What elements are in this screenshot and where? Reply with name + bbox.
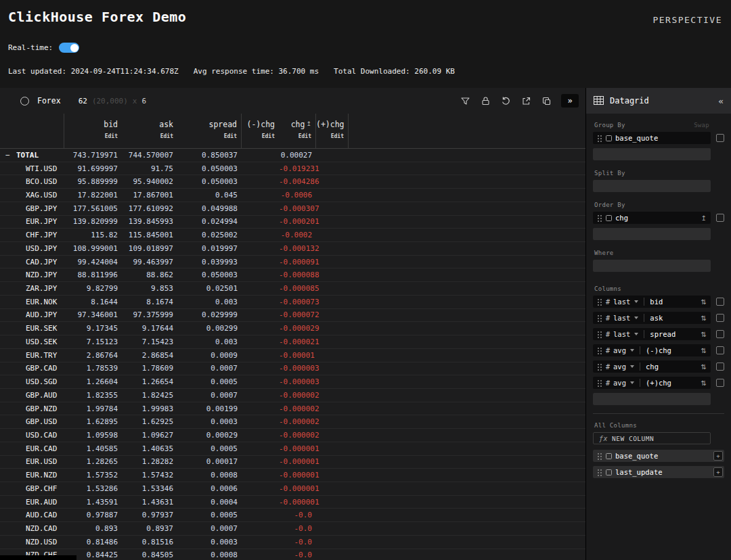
ask-cell[interactable]: 1.99983 <box>122 404 177 413</box>
column-sort-icon[interactable]: ⇅ <box>701 363 707 371</box>
order-by-pill[interactable]: chg ↥ <box>593 212 711 224</box>
edit-button[interactable]: Edit <box>242 133 275 139</box>
bid-cell[interactable]: 91.699997 <box>64 164 122 173</box>
group-collapse-toggle[interactable]: − <box>5 151 12 160</box>
spread-cell[interactable]: 0.00029 <box>177 431 242 440</box>
ask-cell[interactable]: 139.845993 <box>122 217 177 226</box>
bid-cell[interactable]: 108.999001 <box>64 244 122 253</box>
ask-cell[interactable]: 1.53346 <box>122 484 177 493</box>
edit-button[interactable]: Edit <box>64 133 118 139</box>
edit-button[interactable]: Edit <box>316 133 344 139</box>
where-drop-slot[interactable] <box>593 260 711 272</box>
bid-cell[interactable]: 88.811996 <box>64 271 122 279</box>
spread-cell[interactable]: 0.0005 <box>177 511 242 519</box>
column-pill[interactable]: # last bid ⇅ <box>593 296 711 308</box>
bid-cell[interactable]: 177.561005 <box>64 204 122 213</box>
chg-cell[interactable]: -0.000132 <box>279 244 316 253</box>
order-by-drop-slot[interactable] <box>593 228 711 240</box>
edit-button[interactable]: Edit <box>177 133 237 139</box>
ask-cell[interactable]: 9.853 <box>122 284 177 293</box>
column-pill[interactable]: # avg chg ⇅ <box>593 360 711 373</box>
ask-cell[interactable]: 1.40635 <box>122 444 177 453</box>
sort-ascending-icon[interactable]: ↥ <box>306 120 311 127</box>
column-pill[interactable]: # avg (+)chg ⇅ <box>593 377 711 389</box>
bid-cell[interactable]: 2.86764 <box>64 351 122 360</box>
aggregate-select[interactable]: last <box>613 298 630 306</box>
chg-cell[interactable]: -0.000307 <box>279 204 316 213</box>
split-by-drop-slot[interactable] <box>593 180 711 192</box>
column-sort-icon[interactable]: ⇅ <box>701 314 707 322</box>
spread-cell[interactable]: 0.050003 <box>177 271 242 279</box>
ask-cell[interactable]: 177.610992 <box>122 204 177 213</box>
ask-cell[interactable]: 1.26654 <box>122 377 177 386</box>
bid-cell[interactable]: 0.97887 <box>64 511 122 519</box>
chg-cell[interactable]: 0.00027 <box>279 151 316 160</box>
ask-cell[interactable]: 99.463997 <box>122 258 177 266</box>
spread-cell[interactable]: 0.0005 <box>177 377 242 386</box>
bid-cell[interactable]: 0.893 <box>64 524 122 533</box>
aggregate-select[interactable]: avg <box>613 363 626 371</box>
new-column-button[interactable]: ƒx NEW COLUMN <box>593 432 711 444</box>
ask-cell[interactable]: 1.28282 <box>122 457 177 466</box>
edit-button[interactable]: Edit <box>122 133 173 139</box>
bid-cell[interactable]: 1.43591 <box>64 498 122 507</box>
column-header-bid[interactable]: bid Edit <box>64 114 122 148</box>
collapse-panel-button[interactable]: « <box>718 96 724 106</box>
bid-cell[interactable]: 1.09598 <box>64 431 122 440</box>
ask-cell[interactable]: 88.862 <box>122 271 177 279</box>
spread-cell[interactable]: 0.003 <box>177 298 242 306</box>
column-pill[interactable]: # avg (-)chg ⇅ <box>593 344 711 356</box>
bid-cell[interactable]: 139.820999 <box>64 217 122 226</box>
spread-cell[interactable]: 0.0003 <box>177 538 242 546</box>
edit-button[interactable]: Edit <box>279 133 311 139</box>
chg-cell[interactable]: -0.000003 <box>279 377 316 386</box>
chg-cell[interactable]: -0.000003 <box>279 364 316 373</box>
spread-cell[interactable]: 0.0008 <box>177 551 242 559</box>
ask-cell[interactable]: 115.845001 <box>122 231 177 239</box>
chg-cell[interactable]: -0.000072 <box>279 310 316 319</box>
bid-cell[interactable]: 743.719971 <box>64 151 122 160</box>
bid-cell[interactable]: 1.28265 <box>64 457 122 466</box>
aggregate-select[interactable]: avg <box>613 346 626 354</box>
spread-cell[interactable]: 0.0007 <box>177 391 242 400</box>
ask-cell[interactable]: 97.375999 <box>122 310 177 319</box>
spread-cell[interactable]: 0.00199 <box>177 404 242 413</box>
ask-cell[interactable]: 1.78609 <box>122 364 177 373</box>
ask-cell[interactable]: 0.84505 <box>122 551 177 559</box>
spread-cell[interactable]: 0.049988 <box>177 204 242 213</box>
column-sort-icon[interactable]: ⇅ <box>701 298 707 306</box>
bid-cell[interactable]: 0.81486 <box>64 538 122 546</box>
column-active-checkbox[interactable] <box>716 363 724 371</box>
add-column-button[interactable]: + <box>713 451 723 461</box>
chg-cell[interactable]: -0.000201 <box>279 217 316 226</box>
group-by-pill[interactable]: base_quote <box>593 132 711 144</box>
order-by-checkbox[interactable] <box>716 214 724 222</box>
realtime-toggle[interactable] <box>59 43 79 53</box>
column-header-pos-chg[interactable]: (+)chg Edit <box>316 114 349 148</box>
chg-cell[interactable]: -0.000085 <box>279 284 316 293</box>
group-by-checkbox[interactable] <box>716 134 724 142</box>
filter-icon[interactable] <box>460 95 470 106</box>
bid-cell[interactable]: 17.822001 <box>64 191 122 200</box>
chg-cell[interactable]: -0.000002 <box>279 431 316 440</box>
bid-cell[interactable]: 1.99784 <box>64 404 122 413</box>
bid-cell[interactable]: 8.1644 <box>64 298 122 306</box>
ask-cell[interactable]: 744.570007 <box>122 151 177 160</box>
column-active-checkbox[interactable] <box>716 379 724 387</box>
ask-cell[interactable]: 91.75 <box>122 164 177 173</box>
bid-cell[interactable]: 1.53286 <box>64 484 122 493</box>
column-sort-icon[interactable]: ⇅ <box>701 331 707 338</box>
column-header-chg[interactable]: chg↥ Edit <box>279 114 316 148</box>
spread-cell[interactable]: 0.00299 <box>177 324 242 333</box>
ask-cell[interactable]: 95.940002 <box>122 177 177 186</box>
aggregate-select[interactable]: last <box>613 330 630 338</box>
spread-cell[interactable]: 0.850037 <box>177 151 242 160</box>
reset-icon[interactable] <box>500 95 511 106</box>
spread-cell[interactable]: 0.029999 <box>177 310 242 319</box>
aggregate-select[interactable]: avg <box>613 379 626 387</box>
add-column-button[interactable]: + <box>713 467 723 477</box>
column-header-neg-chg[interactable]: (-)chg Edit <box>242 114 279 148</box>
ask-cell[interactable]: 9.17644 <box>122 324 177 333</box>
chg-cell[interactable]: -0.000001 <box>279 457 316 466</box>
bid-cell[interactable]: 1.40585 <box>64 444 122 453</box>
